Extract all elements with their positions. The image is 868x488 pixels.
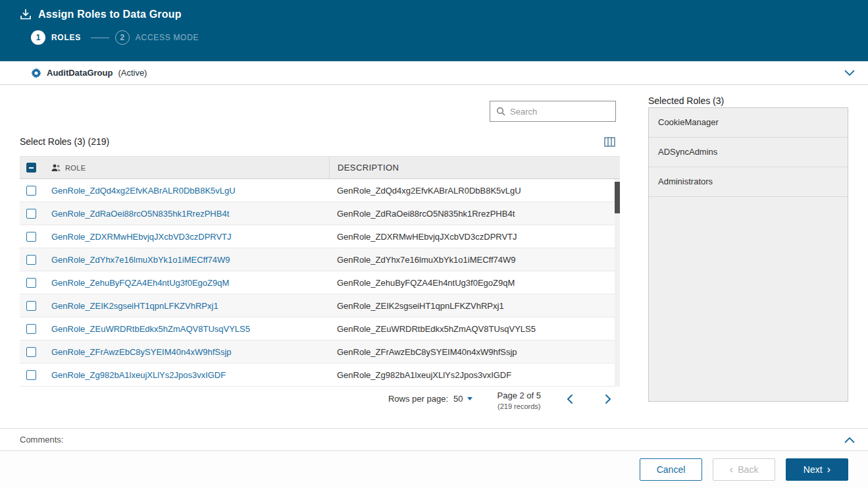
caret-down-icon [467,397,472,400]
step-access-mode-label: ACCESS MODE [136,33,199,42]
back-button-label: Back [738,464,758,475]
select-all-checkbox[interactable] [26,163,36,173]
table-row: GenRole_ZEuWRDRtbEdkx5hZmAQV8TUsqVYLS5Ge… [20,317,620,340]
role-person-icon [51,164,61,172]
table-row: GenRole_Zg982bA1lxeujXLlYs2Jpos3vxIGDFGe… [20,364,620,387]
wizard-stepper: 1 ROLES 2 ACCESS MODE [0,20,868,45]
main-content: Select Roles (3) (219) [0,85,868,428]
row-checkbox[interactable] [26,347,36,357]
selected-roles-title: Selected Roles (3) [648,95,724,106]
search-box [490,101,616,122]
search-input[interactable] [510,107,609,117]
description-column-header: DESCRIPTION [329,157,620,178]
role-description: GenRole_ZdQd4xg2EfvKABrALR0DbB8K5vLgU [329,186,620,196]
data-group-name: AuditDataGroup [47,68,113,78]
column-picker-icon[interactable] [600,133,619,150]
dialog-header: Assign Roles to Data Group 1 ROLES 2 ACC… [0,0,868,61]
role-link[interactable]: GenRole_ZDXRMwHEbvjqJXcbVD3czDPRVTJ [51,232,232,242]
data-group-status: (Active) [118,68,147,78]
comments-label: Comments: [20,435,63,445]
step-roles-label: ROLES [51,33,81,42]
chevron-right-icon: › [827,464,831,475]
role-link[interactable]: GenRole_ZdQd4xg2EfvKABrALR0DbB8K5vLgU [51,186,236,196]
row-checkbox[interactable] [26,255,36,265]
role-description: GenRole_Zg982bA1lxeujXLlYs2Jpos3vxIGDF [329,370,620,380]
role-link[interactable]: GenRole_ZEIK2sgseiHT1qpnLFKZVhRPxj1 [51,301,218,311]
roles-table-header: ROLE DESCRIPTION [20,156,620,179]
table-row: GenRole_ZdQd4xg2EfvKABrALR0DbB8K5vLgUGen… [20,179,620,202]
row-checkbox[interactable] [26,324,36,334]
role-description: GenRole_ZdYhx7e16lmuXbYk1o1iMECff74W9 [329,255,620,265]
rows-per-page-value: 50 [453,394,463,404]
page-indicator: Page 2 of 5 [498,391,542,400]
select-roles-title: Select Roles (3) (219) [20,136,109,147]
table-row: GenRole_ZFrAwzEbC8ySYEIM40n4xW9hfSsjpGen… [20,340,620,364]
selected-role-item[interactable]: Administrators [649,167,848,197]
next-page-icon[interactable] [604,394,612,404]
step-access-mode-number: 2 [115,30,130,45]
table-row: GenRole_ZdRaOei88rcO5N835hk1RrezPHB4tGen… [20,202,620,225]
role-description: GenRole_ZFrAwzEbC8ySYEIM40n4xW9hfSsjp [329,347,620,357]
role-link[interactable]: GenRole_ZEuWRDRtbEdkx5hZmAQV8TUsqVYLS5 [51,324,250,334]
row-checkbox[interactable] [26,370,36,380]
cancel-button-label: Cancel [657,464,686,475]
role-link[interactable]: GenRole_Zg982bA1lxeujXLlYs2Jpos3vxIGDF [51,370,226,380]
chevron-up-icon[interactable] [844,437,855,443]
selected-role-item[interactable]: CookieManager [649,108,848,138]
step-roles[interactable]: 1 ROLES [31,30,81,45]
pagination-bar: Rows per page: 50 Page 2 of 5 (219 recor… [20,389,620,410]
previous-page-icon[interactable] [566,394,574,404]
role-link[interactable]: GenRole_ZdRaOei88rcO5N835hk1RrezPHB4t [51,209,229,219]
next-button-label: Next [804,464,823,475]
role-description: GenRole_ZdRaOei88rcO5N835hk1RrezPHB4t [329,209,620,219]
selected-role-item[interactable]: ADSyncAdmins [649,138,848,167]
page-info: Page 2 of 5 (219 records) [498,391,542,410]
row-checkbox[interactable] [26,301,36,311]
row-checkbox[interactable] [26,278,36,288]
comments-section[interactable]: Comments: [0,428,868,450]
table-row: GenRole_ZdYhx7e16lmuXbYk1o1iMECff74W9Gen… [20,248,620,271]
back-button[interactable]: ‹ Back [713,458,775,481]
role-description: GenRole_ZDXRMwHEbvjqJXcbVD3czDPRVTJ [329,232,620,242]
step-roles-number: 1 [31,30,45,45]
role-link[interactable]: GenRole_ZdYhx7e16lmuXbYk1o1iMECff74W9 [51,255,230,265]
rows-per-page-select[interactable]: 50 [453,394,472,404]
gear-icon [31,68,41,78]
chevron-left-icon: ‹ [730,464,734,475]
selected-roles-list: CookieManagerADSyncAdminsAdministrators [648,107,848,402]
roles-table-body: GenRole_ZdQd4xg2EfvKABrALR0DbB8K5vLgUGen… [20,179,620,387]
role-column-header: ROLE [65,164,86,172]
dialog-title: Assign Roles to Data Group [38,9,182,20]
rows-per-page-label: Rows per page: [388,394,448,404]
row-checkbox[interactable] [26,209,36,219]
step-access-mode[interactable]: 2 ACCESS MODE [115,30,199,45]
table-scrollbar[interactable] [615,179,620,387]
roles-table: ROLE DESCRIPTION GenRole_ZdQd4xg2EfvKABr… [20,156,620,387]
records-count: (219 records) [498,402,542,410]
table-row: GenRole_ZEIK2sgseiHT1qpnLFKZVhRPxj1GenRo… [20,294,620,317]
cancel-button[interactable]: Cancel [640,458,702,481]
role-description: GenRole_ZehuByFQZA4Eh4ntUg3f0EgoZ9qM [329,278,620,288]
scrollbar-thumb[interactable] [615,182,620,213]
chevron-down-icon[interactable] [844,70,855,76]
row-checkbox[interactable] [26,232,36,242]
search-icon [496,107,505,116]
data-group-bar: AuditDataGroup (Active) [0,61,868,85]
step-connector-line [91,38,109,38]
assign-roles-icon [20,9,32,20]
role-link[interactable]: GenRole_ZFrAwzEbC8ySYEIM40n4xW9hfSsjp [51,347,232,357]
table-row: GenRole_ZDXRMwHEbvjqJXcbVD3czDPRVTJGenRo… [20,225,620,248]
table-row: GenRole_ZehuByFQZA4Eh4ntUg3f0EgoZ9qMGenR… [20,271,620,294]
next-button[interactable]: Next › [786,458,848,481]
role-description: GenRole_ZEIK2sgseiHT1qpnLFKZVhRPxj1 [329,301,620,311]
dialog-footer: Cancel ‹ Back Next › [0,450,868,488]
row-checkbox[interactable] [26,186,36,196]
assign-roles-dialog: Assign Roles to Data Group 1 ROLES 2 ACC… [0,0,868,488]
role-description: GenRole_ZEuWRDRtbEdkx5hZmAQV8TUsqVYLS5 [329,324,620,334]
role-link[interactable]: GenRole_ZehuByFQZA4Eh4ntUg3f0EgoZ9qM [51,278,229,288]
